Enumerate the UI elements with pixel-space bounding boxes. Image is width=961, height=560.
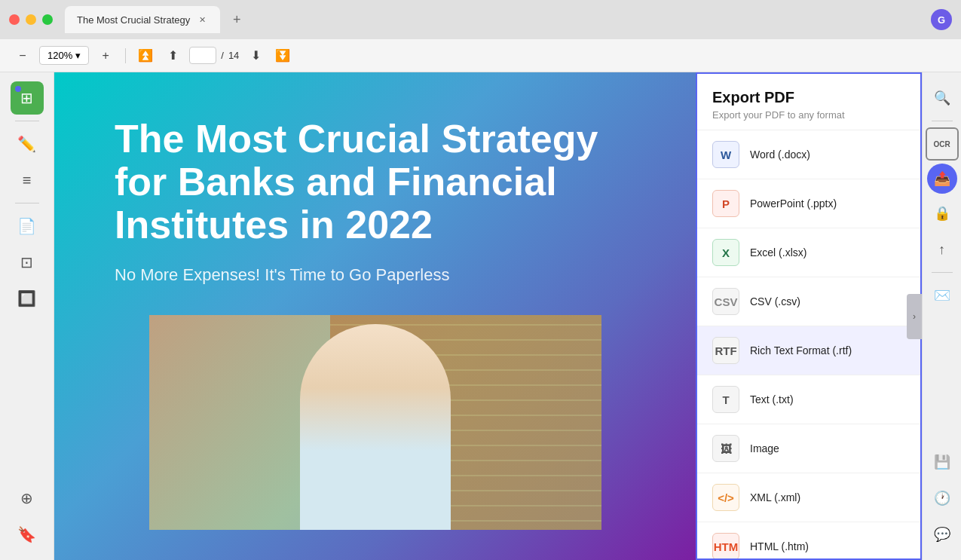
first-page-button[interactable]: ⏫: [135, 45, 156, 66]
export-item-ppt[interactable]: PPowerPoint (.pptx): [697, 179, 920, 228]
tab-area: The Most Crucial Strategy ✕ +: [65, 6, 931, 33]
tab-title: The Most Crucial Strategy: [77, 14, 190, 26]
current-page-input[interactable]: 1: [189, 47, 216, 64]
compress-icon: ⊡: [20, 253, 33, 271]
export-subtitle: Export your PDF to any format: [712, 109, 905, 121]
export-icon-rtf: RTF: [712, 337, 739, 364]
pdf-title: The Most Crucial Strategy for Banks and …: [115, 118, 635, 247]
sidebar-notification-dot: [15, 86, 21, 92]
active-tab[interactable]: The Most Crucial Strategy ✕: [65, 6, 220, 33]
export-panel: Export PDF Export your PDF to any format…: [696, 72, 922, 560]
main-area: ⊞ ✏️ ≡ 📄 ⊡ 🔲 ⊕ 🔖 The Most Crucial Str: [0, 72, 961, 560]
annotate-icon: ✏️: [17, 135, 36, 153]
total-pages: 14: [228, 50, 239, 61]
export-item-csv[interactable]: CSVCSV (.csv): [697, 277, 920, 326]
right-sidebar-sep-2: [932, 272, 953, 273]
export-icon-word: W: [712, 141, 739, 168]
right-sidebar-sep-1: [932, 121, 953, 121]
pdf-page: The Most Crucial Strategy for Banks and …: [54, 72, 696, 560]
avatar[interactable]: G: [931, 9, 952, 30]
right-sidebar-share[interactable]: ↑: [926, 233, 959, 266]
layers-icon: ⊕: [20, 489, 33, 507]
export-label-html: HTML (.htm): [750, 540, 809, 552]
right-sidebar-ocr[interactable]: OCR: [926, 127, 959, 161]
sidebar-separator-1: [15, 121, 39, 121]
export-icon: 📤: [934, 170, 950, 187]
export-icon-txt: T: [712, 386, 739, 413]
export-label-image: Image: [750, 442, 779, 454]
export-item-word[interactable]: WWord (.docx): [697, 130, 920, 179]
export-item-txt[interactable]: TText (.txt): [697, 375, 920, 424]
zoom-display[interactable]: 120% ▾: [39, 46, 89, 65]
zoom-level: 120%: [47, 50, 72, 61]
export-label-txt: Text (.txt): [750, 393, 794, 405]
maximize-window-button[interactable]: [42, 14, 53, 25]
ocr-icon: OCR: [933, 140, 950, 148]
page-navigation: 1 / 14: [189, 47, 239, 64]
collapse-panel-button[interactable]: ›: [907, 294, 922, 339]
sidebar-item-forms[interactable]: 🔲: [11, 282, 44, 315]
right-sidebar-clock[interactable]: 🕐: [926, 482, 959, 515]
export-icon-image: 🖼: [712, 435, 739, 462]
right-sidebar-search[interactable]: 🔍: [926, 81, 959, 115]
zoom-in-button[interactable]: +: [95, 45, 116, 66]
export-label-word: Word (.docx): [750, 148, 810, 161]
left-sidebar: ⊞ ✏️ ≡ 📄 ⊡ 🔲 ⊕ 🔖: [0, 72, 54, 560]
zoom-out-button[interactable]: −: [12, 45, 33, 66]
export-format-list: WWord (.docx)PPowerPoint (.pptx)XExcel (…: [697, 130, 920, 558]
sidebar-item-thumbnails[interactable]: ⊞: [11, 81, 44, 115]
export-item-xml[interactable]: </>XML (.xml): [697, 473, 920, 522]
right-sidebar-chat[interactable]: 💬: [926, 518, 959, 551]
prev-page-button[interactable]: ⬆: [162, 45, 183, 66]
pdf-subtitle: No More Expenses! It's Time to Go Paperl…: [115, 265, 635, 285]
sidebar-item-compress[interactable]: ⊡: [11, 246, 44, 279]
sidebar-item-annotate[interactable]: ✏️: [11, 127, 44, 161]
export-icon-ppt: P: [712, 190, 739, 217]
next-page-button[interactable]: ⬇: [245, 45, 266, 66]
pdf-person-image: [149, 315, 601, 530]
right-sidebar-export[interactable]: 📤: [927, 164, 957, 194]
export-label-excel: Excel (.xlsx): [750, 246, 806, 259]
person-figure: [300, 324, 451, 530]
pdf-image-area: [115, 315, 635, 530]
page-separator: /: [221, 50, 224, 61]
bookmark-icon: 🔖: [17, 525, 36, 543]
new-tab-button[interactable]: +: [226, 9, 247, 30]
zoom-dropdown-icon: ▾: [75, 50, 81, 61]
sidebar-item-comments[interactable]: ≡: [11, 164, 44, 197]
export-icon-xml: </>: [712, 484, 739, 511]
close-window-button[interactable]: [9, 14, 20, 25]
export-label-csv: CSV (.csv): [750, 295, 800, 308]
organize-icon: 📄: [17, 217, 36, 235]
traffic-lights: [9, 14, 53, 25]
toolbar: − 120% ▾ + ⏫ ⬆ 1 / 14 ⬇ ⏬: [0, 39, 961, 72]
export-label-ppt: PowerPoint (.pptx): [750, 197, 837, 210]
sidebar-separator-2: [15, 203, 39, 203]
toolbar-divider-1: [125, 48, 126, 63]
sidebar-item-bookmark[interactable]: 🔖: [11, 518, 44, 551]
last-page-button[interactable]: ⏬: [272, 45, 293, 66]
export-label-xml: XML (.xml): [750, 491, 800, 503]
export-icon-csv: CSV: [712, 288, 739, 315]
pdf-content: The Most Crucial Strategy for Banks and …: [54, 72, 696, 560]
right-sidebar-save[interactable]: 💾: [926, 445, 959, 479]
export-icon-excel: X: [712, 239, 739, 266]
export-item-image[interactable]: 🖼Image: [697, 424, 920, 473]
title-bar: The Most Crucial Strategy ✕ + G: [0, 0, 961, 39]
sidebar-item-organize[interactable]: 📄: [11, 210, 44, 243]
comments-icon: ≡: [23, 172, 32, 189]
tab-close-button[interactable]: ✕: [196, 14, 208, 26]
export-item-rtf[interactable]: RTFRich Text Format (.rtf): [697, 326, 920, 375]
sidebar-item-layers[interactable]: ⊕: [11, 482, 44, 515]
right-sidebar-email[interactable]: ✉️: [926, 279, 959, 312]
export-item-excel[interactable]: XExcel (.xlsx): [697, 228, 920, 277]
thumbnails-icon: ⊞: [20, 89, 33, 107]
export-label-rtf: Rich Text Format (.rtf): [750, 344, 852, 357]
export-title: Export PDF: [712, 89, 905, 106]
minimize-window-button[interactable]: [26, 14, 36, 25]
right-sidebar: 🔍 OCR 📤 🔒 ↑ ✉️ 💾 🕐 💬 ›: [922, 72, 961, 560]
export-item-html[interactable]: HTMHTML (.htm): [697, 522, 920, 558]
forms-icon: 🔲: [17, 289, 36, 308]
right-sidebar-protect[interactable]: 🔒: [926, 197, 959, 230]
export-header: Export PDF Export your PDF to any format: [697, 74, 920, 130]
